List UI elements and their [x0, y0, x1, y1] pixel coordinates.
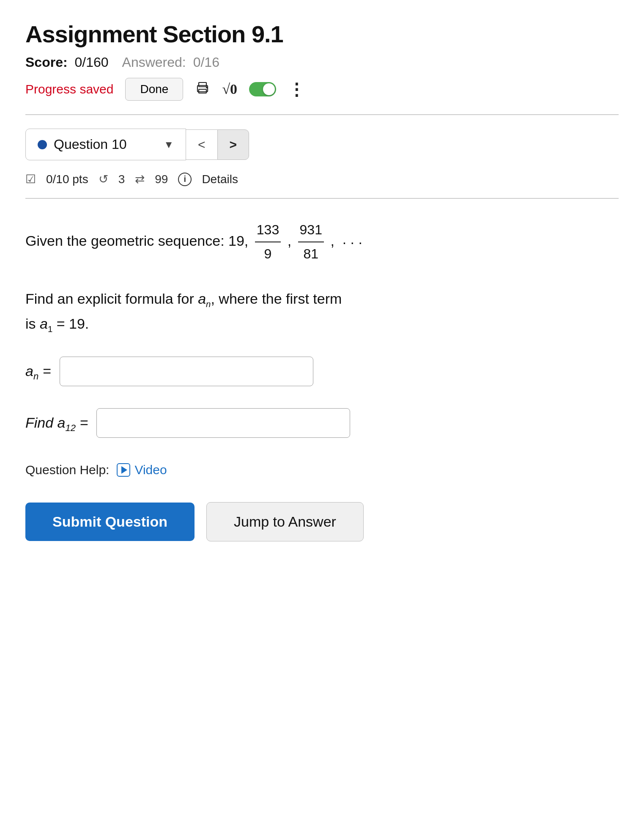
help-label: Question Help: — [25, 460, 109, 480]
a12-label: Find a12 = — [25, 411, 88, 435]
info-icon[interactable]: i — [178, 173, 192, 186]
sync-icon[interactable]: ⇄ — [135, 172, 145, 186]
fraction-2: 931 81 — [298, 219, 324, 265]
question-label: Question 10 — [54, 137, 127, 152]
tries-count: 3 — [118, 173, 125, 186]
print-icon[interactable] — [195, 80, 210, 99]
question-help-row: Question Help: Video — [25, 460, 619, 480]
comma-1: , — [288, 233, 291, 249]
jump-to-answer-button[interactable]: Jump to Answer — [206, 502, 364, 541]
more-options-icon[interactable]: ⋮ — [288, 81, 306, 98]
question-dot — [38, 140, 47, 149]
score-value: 0/160 — [74, 55, 108, 70]
play-triangle — [121, 466, 127, 474]
check-icon: ☑ — [25, 172, 36, 186]
toggle-switch[interactable] — [249, 82, 276, 96]
sync-count: 99 — [155, 173, 168, 186]
done-button[interactable]: Done — [125, 78, 183, 101]
an-label: an = — [25, 360, 51, 384]
score-label: Score: 0/160 — [25, 55, 109, 70]
details-link[interactable]: Details — [202, 173, 238, 186]
question-dropdown[interactable]: Question 10 ▼ — [25, 129, 186, 160]
tries-back-icon[interactable]: ↺ — [99, 172, 108, 186]
ellipsis: · · · — [338, 234, 362, 250]
an-input-row: an = — [25, 357, 619, 386]
action-buttons: Submit Question Jump to Answer — [25, 502, 619, 541]
sqrt-icon: √0 — [222, 81, 237, 97]
chevron-down-icon: ▼ — [164, 139, 174, 151]
sequence-intro: Given the geometric sequence: 19, — [25, 233, 248, 249]
answered-value: 0/16 — [193, 55, 219, 70]
page-title: Assignment Section 9.1 — [25, 20, 619, 48]
formula-text-1: Find an explicit formula for an, where t… — [25, 291, 342, 307]
progress-saved-label: Progress saved — [25, 82, 113, 96]
video-button[interactable]: Video — [117, 460, 167, 480]
submit-question-button[interactable]: Submit Question — [25, 503, 195, 541]
video-label: Video — [134, 460, 167, 480]
answered-label: Answered: 0/16 — [122, 55, 219, 70]
problem-statement: Given the geometric sequence: 19, 133 9 … — [25, 219, 619, 265]
a12-input-row: Find a12 = — [25, 408, 619, 438]
pts-label: 0/10 pts — [46, 173, 88, 186]
find-formula-text: Find an explicit formula for an, where t… — [25, 287, 619, 336]
prev-question-button[interactable]: < — [186, 129, 217, 160]
comma-2: , — [330, 233, 334, 249]
svg-rect-2 — [199, 89, 206, 93]
play-icon — [117, 463, 130, 477]
fraction-1: 133 9 — [255, 219, 281, 265]
next-question-button[interactable]: > — [217, 129, 249, 160]
a12-input[interactable] — [96, 408, 350, 438]
formula-text-2: is a1 = 19. — [25, 316, 89, 332]
an-input[interactable] — [60, 357, 313, 386]
svg-rect-1 — [199, 82, 206, 87]
svg-point-3 — [206, 87, 208, 88]
